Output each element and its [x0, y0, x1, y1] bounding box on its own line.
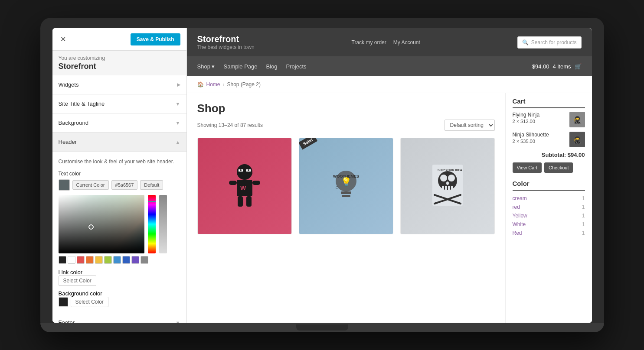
- current-color-swatch[interactable]: [59, 179, 70, 191]
- products-grid: W Woo Ninja: [197, 138, 495, 234]
- cart-item-2-qty: 2 × $35.00: [513, 139, 549, 144]
- product-3-info: Ship Your Idea $15.00 Add to cart: [401, 234, 494, 234]
- default-color-button[interactable]: Default: [140, 180, 163, 190]
- search-bar[interactable]: 🔍 Search for products: [517, 36, 582, 49]
- track-order-link[interactable]: Track my order: [352, 39, 386, 45]
- store-nav-bar: Shop ▾ Sample Page Blog Projects $94.00 …: [187, 56, 592, 76]
- svg-rect-11: [246, 196, 252, 207]
- cart-info[interactable]: $94.00 4 items 🛒: [532, 63, 582, 70]
- chevron-down-icon: ▼: [176, 320, 180, 323]
- color-filter-cream[interactable]: cream 1: [513, 194, 585, 203]
- chevron-down-icon: ▼: [176, 120, 180, 126]
- breadcrumb: 🏠 Home › Shop (Page 2): [187, 76, 592, 93]
- color-filter-list: cream 1 red 1 Yellow 1: [513, 194, 585, 237]
- swatch-orange[interactable]: [86, 256, 94, 264]
- svg-point-22: [446, 181, 449, 185]
- save-publish-button[interactable]: Save & Publish: [131, 33, 180, 45]
- swatch-yellow[interactable]: [95, 256, 103, 264]
- gradient-selector[interactable]: [88, 224, 94, 230]
- sale-badge: Sale!: [299, 138, 317, 149]
- store-brand: Storefront The best widgets in town: [197, 34, 255, 50]
- cart-item-1-name: Flying Ninja: [513, 112, 540, 118]
- svg-point-21: [448, 175, 455, 181]
- color-filter-red[interactable]: red 1: [513, 203, 585, 211]
- product-card-1: W Woo Ninja: [197, 138, 292, 234]
- chevron-up-icon: ▲: [176, 139, 180, 145]
- nav-shop[interactable]: Shop ▾: [197, 57, 215, 76]
- cart-widget-title: Cart: [513, 97, 585, 108]
- text-color-section: Text color Current Color #5a6567 Default: [59, 171, 180, 264]
- svg-rect-26: [451, 186, 453, 190]
- shop-title: Shop: [197, 102, 495, 115]
- header-settings-content: Customise the look & feel of your web si…: [52, 152, 186, 313]
- link-color-select-button[interactable]: Select Color: [59, 275, 96, 286]
- storefront-title: Storefront: [52, 61, 186, 75]
- store-preview: Storefront The best widgets in town Trac…: [187, 28, 592, 323]
- close-button[interactable]: ✕: [59, 35, 68, 44]
- color-filter-yellow[interactable]: Yellow 1: [513, 211, 585, 220]
- svg-text:W: W: [240, 185, 246, 191]
- nav-sample-page[interactable]: Sample Page: [223, 57, 257, 76]
- menu-item-header[interactable]: Header ▲: [52, 133, 186, 152]
- svg-rect-10: [238, 196, 243, 207]
- svg-point-5: [248, 169, 249, 171]
- cart-item-2-thumb: 🥷: [569, 132, 585, 147]
- results-count: Showing 13–24 of 87 results: [197, 122, 263, 128]
- svg-rect-23: [442, 186, 444, 190]
- menu-item-footer[interactable]: Footer ▼: [52, 313, 186, 323]
- cart-amount: $94.00: [532, 63, 549, 70]
- swatch-blue[interactable]: [122, 256, 130, 264]
- color-gradient-picker[interactable]: [59, 195, 144, 253]
- swatch-green[interactable]: [104, 256, 112, 264]
- shop-meta: Showing 13–24 of 87 results Default sort…: [197, 120, 495, 131]
- svg-rect-9: [252, 181, 260, 185]
- breadcrumb-home[interactable]: Home: [206, 81, 220, 88]
- main-content: Shop Showing 13–24 of 87 results Default…: [187, 93, 592, 323]
- cart-subtotal: Subtotal: $94.00: [513, 152, 585, 158]
- color-swatches-row: [59, 256, 180, 264]
- swatch-light-blue[interactable]: [113, 256, 121, 264]
- store-top-nav: Track my order My Account: [352, 39, 420, 45]
- menu-item-widgets[interactable]: Widgets ▶: [52, 75, 186, 94]
- svg-text:WOOTHEMES: WOOTHEMES: [333, 174, 359, 178]
- bg-color-swatch[interactable]: [59, 297, 68, 307]
- swatch-black[interactable]: [59, 256, 66, 264]
- svg-rect-15: [342, 195, 350, 197]
- svg-point-19: [438, 171, 457, 190]
- swatch-gray[interactable]: [141, 256, 148, 264]
- current-color-button[interactable]: Current Color: [72, 180, 109, 190]
- menu-item-background[interactable]: Background ▼: [52, 113, 186, 133]
- skull-svg: SHIP YOUR IDEA: [428, 162, 467, 210]
- hue-bar[interactable]: [148, 195, 156, 253]
- opacity-bar[interactable]: [159, 195, 167, 253]
- product-2-image: Sale! 💡 WOOTHEMES ▢: [299, 138, 393, 234]
- view-cart-button[interactable]: View Cart: [513, 162, 542, 173]
- store-name: Storefront: [197, 34, 255, 44]
- menu-item-site-title[interactable]: Site Title & Tagline ▼: [52, 94, 186, 113]
- my-account-link[interactable]: My Account: [393, 39, 420, 45]
- search-icon: 🔍: [522, 39, 529, 45]
- color-filter-white[interactable]: White 1: [513, 220, 585, 229]
- svg-text:▢: ▢: [336, 186, 339, 189]
- breadcrumb-current: Shop (Page 2): [227, 81, 261, 88]
- product-card-3: SHIP YOUR IDEA Ship Your Idea $15.00 Add…: [400, 138, 495, 234]
- color-code-button[interactable]: #5a6567: [111, 180, 138, 190]
- breadcrumb-separator: ›: [223, 81, 225, 88]
- swatch-white[interactable]: [68, 256, 75, 264]
- checkout-button[interactable]: Checkout: [544, 162, 573, 173]
- chevron-right-icon: ▶: [177, 82, 180, 88]
- product-1-image: W: [198, 138, 291, 234]
- nav-projects[interactable]: Projects: [286, 57, 307, 76]
- swatch-red[interactable]: [77, 256, 85, 264]
- swatch-purple[interactable]: [131, 256, 139, 264]
- bg-color-select-button[interactable]: Select Color: [71, 297, 108, 307]
- nav-items: Shop ▾ Sample Page Blog Projects: [197, 57, 307, 76]
- color-picker[interactable]: [59, 195, 180, 264]
- color-filter-red2[interactable]: Red 1: [513, 229, 585, 237]
- ninja-svg: W: [227, 162, 262, 210]
- home-icon: 🏠: [197, 81, 204, 88]
- cart-count: 4 items: [553, 63, 571, 70]
- sort-select[interactable]: Default sorting: [445, 120, 495, 131]
- customizer-panel: ✕ Save & Publish You are customizing Sto…: [52, 28, 187, 323]
- nav-blog[interactable]: Blog: [266, 57, 278, 76]
